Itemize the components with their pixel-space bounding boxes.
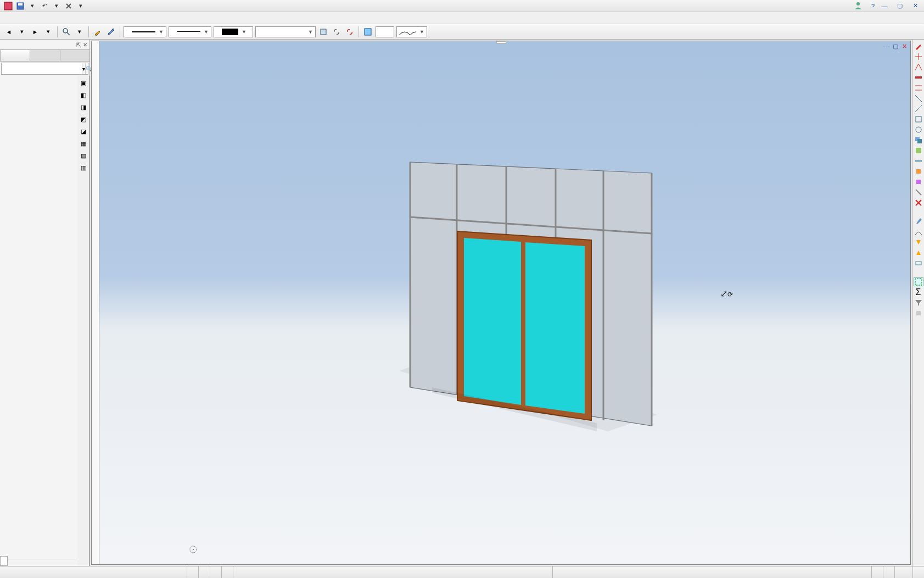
close-icon[interactable]: ✕ <box>910 1 921 11</box>
svg-rect-6 <box>321 29 326 35</box>
viewport-label <box>496 41 506 43</box>
rtool-5[interactable] <box>914 94 923 103</box>
rtool-18[interactable] <box>914 309 923 318</box>
rtool-11[interactable] <box>914 167 923 176</box>
qat-undo-icon[interactable]: ↶ <box>40 1 49 11</box>
menu-insert[interactable] <box>4 17 15 19</box>
menu-tools[interactable] <box>26 17 37 19</box>
menu-create[interactable] <box>37 17 48 19</box>
rtool-7[interactable] <box>914 115 923 124</box>
rtool-9[interactable] <box>914 146 923 155</box>
color-combo[interactable]: ▼ <box>214 26 253 37</box>
panel-search-input[interactable] <box>2 63 82 74</box>
hatch-combo[interactable]: ▼ <box>396 26 427 37</box>
layer-props-icon[interactable] <box>318 26 329 37</box>
strip-icon-6[interactable]: ▤ <box>79 151 88 160</box>
rtool-10[interactable] <box>914 157 923 165</box>
rtool-12[interactable] <box>914 177 923 186</box>
status-length[interactable] <box>883 566 894 578</box>
menu-modify[interactable] <box>48 17 59 19</box>
status-y <box>198 566 210 578</box>
fwd-dd[interactable]: ▾ <box>43 26 54 37</box>
rtool-pencil-icon[interactable] <box>914 42 923 51</box>
main-area: ⇱ ✕ ▾ 🔍 ▣ ◧ ◨ ◩ ◪ ▦ <box>0 40 924 566</box>
status-scale[interactable] <box>871 566 883 578</box>
rtool-2[interactable] <box>914 63 923 71</box>
rtool-filter-icon[interactable] <box>914 298 923 307</box>
orbit-cursor-icon: ⤢⟳ <box>720 288 733 299</box>
status-country[interactable] <box>233 566 244 578</box>
title-bar: ▾ ↶ ▾ ▾ ? — ▢ ✕ <box>0 0 924 12</box>
surface-number-input[interactable] <box>376 26 394 37</box>
linetype-combo[interactable]: ▼ <box>169 26 211 37</box>
rtool-3[interactable] <box>914 73 923 82</box>
rtool-17[interactable] <box>914 259 923 268</box>
rtool-eyedrop-icon[interactable] <box>914 217 923 226</box>
maximize-icon[interactable]: ▢ <box>894 1 905 11</box>
tab-layers[interactable] <box>60 49 90 62</box>
qat-settings-icon[interactable] <box>64 1 74 11</box>
rtool-4[interactable] <box>914 84 923 92</box>
user-icon[interactable] <box>854 1 863 11</box>
minimize-icon[interactable]: — <box>879 1 890 11</box>
strip-icon-1[interactable]: ◧ <box>79 90 88 100</box>
status-z <box>210 566 221 578</box>
tab-tasks[interactable] <box>0 49 30 62</box>
status-pct[interactable] <box>912 566 924 578</box>
tool-grid-top <box>0 76 77 82</box>
app-icon[interactable] <box>3 1 13 11</box>
viewport-close-icon[interactable]: ✕ <box>900 42 908 50</box>
menu-view[interactable] <box>70 17 81 19</box>
svg-rect-29 <box>916 148 921 153</box>
rtool-copy-icon[interactable] <box>914 136 923 144</box>
rtool-6[interactable] <box>914 104 923 113</box>
tab-properties[interactable] <box>30 49 60 62</box>
strip-icon-2[interactable]: ◨ <box>79 102 88 112</box>
status-drawtype[interactable] <box>552 566 564 578</box>
qat-dropdown-3[interactable]: ▾ <box>76 1 86 11</box>
strip-icon-7[interactable]: ▥ <box>79 163 88 173</box>
rtool-delete-icon[interactable] <box>914 198 923 207</box>
brush-icon[interactable] <box>105 26 116 37</box>
rtool-sigma-icon[interactable]: Σ <box>914 288 923 297</box>
fwd-icon[interactable]: ► <box>30 26 41 37</box>
panel-close-icon[interactable]: ✕ <box>83 42 87 48</box>
zoom-dd[interactable]: ▾ <box>74 26 85 37</box>
rtool-14[interactable] <box>914 227 923 236</box>
eyedropper-icon[interactable] <box>92 26 103 37</box>
strip-icon-5[interactable]: ▦ <box>79 138 88 148</box>
strip-icon-3[interactable]: ◩ <box>79 114 88 124</box>
help-icon[interactable]: ? <box>871 3 875 9</box>
material-icon[interactable] <box>362 26 373 37</box>
qat-save-icon[interactable] <box>15 1 25 11</box>
menu-repeat[interactable] <box>59 17 70 19</box>
line-thickness-combo[interactable]: ▼ <box>124 26 166 37</box>
rtool-8[interactable] <box>914 125 923 134</box>
pin-icon[interactable]: ⇱ <box>76 42 81 48</box>
menu-format[interactable] <box>15 17 26 19</box>
status-angle[interactable] <box>894 566 912 578</box>
svg-rect-31 <box>916 180 921 184</box>
qat-dropdown-2[interactable]: ▾ <box>52 1 61 11</box>
layer-combo[interactable]: ▼ <box>255 26 316 37</box>
strip-filter-icon[interactable]: ▣ <box>79 78 88 88</box>
rtool-select-all-icon[interactable] <box>914 277 923 286</box>
unchain-icon[interactable] <box>344 26 355 37</box>
zoom-icon[interactable] <box>61 26 72 37</box>
chain-icon[interactable] <box>331 26 342 37</box>
menu-help[interactable] <box>81 17 92 19</box>
rtool-15[interactable] <box>914 238 923 247</box>
rtool-16[interactable] <box>914 248 923 257</box>
left-panel: ⇱ ✕ ▾ 🔍 ▣ ◧ ◨ ◩ ◪ ▦ <box>0 40 90 566</box>
viewport-3d[interactable]: — ▢ ✕ <box>91 41 911 565</box>
back-icon[interactable]: ◄ <box>3 26 14 37</box>
viewport-max-icon[interactable]: ▢ <box>892 42 899 50</box>
right-toolbar: Σ <box>912 40 924 566</box>
rtool-13[interactable] <box>914 188 923 197</box>
viewport-min-icon[interactable]: — <box>883 42 891 50</box>
back-dd[interactable]: ▾ <box>16 26 27 37</box>
svg-point-3 <box>856 2 860 5</box>
rtool-1[interactable] <box>914 52 923 61</box>
strip-icon-4[interactable]: ◪ <box>79 126 88 136</box>
qat-dropdown-1[interactable]: ▾ <box>27 1 37 11</box>
